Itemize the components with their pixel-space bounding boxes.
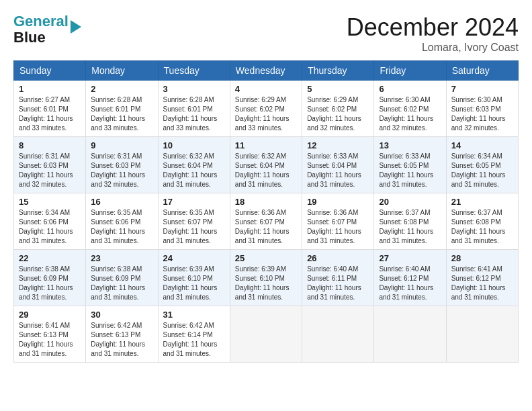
calendar-day-cell: 21Sunrise: 6:37 AM Sunset: 6:08 PM Dayli… [446, 193, 518, 250]
day-of-week-header: Monday [86, 61, 158, 81]
logo-text: General [13, 13, 69, 30]
day-number: 16 [91, 197, 152, 207]
day-number: 21 [451, 197, 513, 207]
calendar-day-cell: 11Sunrise: 6:32 AM Sunset: 6:04 PM Dayli… [230, 137, 302, 193]
day-info: Sunrise: 6:38 AM Sunset: 6:09 PM Dayligh… [19, 265, 81, 302]
day-number: 31 [163, 310, 225, 320]
calendar-day-cell: 30Sunrise: 6:42 AM Sunset: 6:13 PM Dayli… [86, 306, 158, 363]
day-info: Sunrise: 6:41 AM Sunset: 6:13 PM Dayligh… [19, 321, 81, 359]
calendar-day-cell: 8Sunrise: 6:31 AM Sunset: 6:03 PM Daylig… [14, 137, 86, 193]
day-info: Sunrise: 6:35 AM Sunset: 6:06 PM Dayligh… [91, 208, 152, 246]
day-number: 18 [235, 197, 297, 207]
day-info: Sunrise: 6:29 AM Sunset: 6:02 PM Dayligh… [235, 95, 297, 133]
calendar-day-cell: 16Sunrise: 6:35 AM Sunset: 6:06 PM Dayli… [86, 193, 158, 250]
day-number: 4 [235, 84, 297, 94]
day-number: 29 [19, 310, 81, 320]
day-info: Sunrise: 6:29 AM Sunset: 6:02 PM Dayligh… [307, 95, 369, 133]
calendar-day-cell [374, 306, 446, 363]
day-number: 10 [163, 140, 225, 150]
calendar-week-row: 22Sunrise: 6:38 AM Sunset: 6:09 PM Dayli… [14, 250, 519, 306]
day-of-week-header: Thursday [302, 61, 374, 81]
day-number: 12 [307, 140, 369, 150]
day-info: Sunrise: 6:37 AM Sunset: 6:08 PM Dayligh… [379, 208, 441, 246]
day-info: Sunrise: 6:28 AM Sunset: 6:01 PM Dayligh… [91, 95, 152, 133]
day-of-week-header: Friday [374, 61, 446, 81]
calendar-day-cell: 23Sunrise: 6:38 AM Sunset: 6:09 PM Dayli… [86, 250, 158, 306]
day-info: Sunrise: 6:32 AM Sunset: 6:04 PM Dayligh… [163, 152, 225, 189]
calendar-day-cell: 12Sunrise: 6:33 AM Sunset: 6:04 PM Dayli… [302, 137, 374, 193]
calendar-day-cell: 6Sunrise: 6:30 AM Sunset: 6:02 PM Daylig… [374, 81, 446, 137]
calendar-table: SundayMondayTuesdayWednesdayThursdayFrid… [13, 60, 519, 363]
logo: General Blue [13, 13, 81, 46]
day-of-week-header: Saturday [446, 61, 518, 81]
calendar-header-row: SundayMondayTuesdayWednesdayThursdayFrid… [14, 61, 519, 81]
calendar-day-cell: 31Sunrise: 6:42 AM Sunset: 6:14 PM Dayli… [158, 306, 230, 363]
day-number: 2 [91, 84, 152, 94]
day-number: 9 [91, 140, 152, 150]
calendar-day-cell: 10Sunrise: 6:32 AM Sunset: 6:04 PM Dayli… [158, 137, 230, 193]
day-info: Sunrise: 6:32 AM Sunset: 6:04 PM Dayligh… [235, 152, 297, 189]
calendar-day-cell: 2Sunrise: 6:28 AM Sunset: 6:01 PM Daylig… [86, 81, 158, 137]
day-info: Sunrise: 6:33 AM Sunset: 6:04 PM Dayligh… [307, 152, 369, 189]
logo-text2: Blue [13, 30, 69, 46]
day-number: 30 [91, 310, 152, 320]
calendar-day-cell: 17Sunrise: 6:35 AM Sunset: 6:07 PM Dayli… [158, 193, 230, 250]
day-number: 19 [307, 197, 369, 207]
day-number: 7 [451, 84, 513, 94]
day-info: Sunrise: 6:38 AM Sunset: 6:09 PM Dayligh… [91, 265, 152, 302]
calendar-day-cell: 14Sunrise: 6:34 AM Sunset: 6:05 PM Dayli… [446, 137, 518, 193]
calendar-week-row: 8Sunrise: 6:31 AM Sunset: 6:03 PM Daylig… [14, 137, 519, 193]
calendar-day-cell: 13Sunrise: 6:33 AM Sunset: 6:05 PM Dayli… [374, 137, 446, 193]
day-number: 17 [163, 197, 225, 207]
day-number: 20 [379, 197, 441, 207]
calendar-week-row: 1Sunrise: 6:27 AM Sunset: 6:01 PM Daylig… [14, 81, 519, 137]
day-info: Sunrise: 6:37 AM Sunset: 6:08 PM Dayligh… [451, 208, 513, 246]
location-subtitle: Lomara, Ivory Coast [347, 42, 519, 54]
calendar-day-cell: 25Sunrise: 6:39 AM Sunset: 6:10 PM Dayli… [230, 250, 302, 306]
calendar-day-cell: 27Sunrise: 6:40 AM Sunset: 6:12 PM Dayli… [374, 250, 446, 306]
day-info: Sunrise: 6:42 AM Sunset: 6:13 PM Dayligh… [91, 321, 152, 359]
calendar-day-cell [446, 306, 518, 363]
day-number: 8 [19, 140, 81, 150]
day-number: 11 [235, 140, 297, 150]
calendar-week-row: 15Sunrise: 6:34 AM Sunset: 6:06 PM Dayli… [14, 193, 519, 250]
calendar-day-cell: 26Sunrise: 6:40 AM Sunset: 6:11 PM Dayli… [302, 250, 374, 306]
day-info: Sunrise: 6:36 AM Sunset: 6:07 PM Dayligh… [307, 208, 369, 246]
day-number: 15 [19, 197, 81, 207]
day-info: Sunrise: 6:31 AM Sunset: 6:03 PM Dayligh… [19, 152, 81, 189]
day-info: Sunrise: 6:40 AM Sunset: 6:12 PM Dayligh… [379, 265, 441, 302]
day-number: 13 [379, 140, 441, 150]
calendar-day-cell: 7Sunrise: 6:30 AM Sunset: 6:03 PM Daylig… [446, 81, 518, 137]
day-info: Sunrise: 6:28 AM Sunset: 6:01 PM Dayligh… [163, 95, 225, 133]
page-header: General Blue December 2024 Lomara, Ivory… [13, 13, 519, 54]
calendar-week-row: 29Sunrise: 6:41 AM Sunset: 6:13 PM Dayli… [14, 306, 519, 363]
day-info: Sunrise: 6:30 AM Sunset: 6:03 PM Dayligh… [451, 95, 513, 133]
month-title: December 2024 [347, 13, 519, 42]
day-number: 25 [235, 253, 297, 263]
day-number: 14 [451, 140, 513, 150]
day-info: Sunrise: 6:39 AM Sunset: 6:10 PM Dayligh… [163, 265, 225, 302]
day-info: Sunrise: 6:27 AM Sunset: 6:01 PM Dayligh… [19, 95, 81, 133]
day-number: 1 [19, 84, 81, 94]
day-info: Sunrise: 6:42 AM Sunset: 6:14 PM Dayligh… [163, 321, 225, 359]
day-info: Sunrise: 6:30 AM Sunset: 6:02 PM Dayligh… [379, 95, 441, 133]
day-info: Sunrise: 6:35 AM Sunset: 6:07 PM Dayligh… [163, 208, 225, 246]
calendar-day-cell: 19Sunrise: 6:36 AM Sunset: 6:07 PM Dayli… [302, 193, 374, 250]
logo-arrow-icon [71, 20, 81, 34]
calendar-day-cell: 24Sunrise: 6:39 AM Sunset: 6:10 PM Dayli… [158, 250, 230, 306]
calendar-day-cell: 22Sunrise: 6:38 AM Sunset: 6:09 PM Dayli… [14, 250, 86, 306]
calendar-day-cell: 5Sunrise: 6:29 AM Sunset: 6:02 PM Daylig… [302, 81, 374, 137]
day-number: 5 [307, 84, 369, 94]
calendar-day-cell [302, 306, 374, 363]
day-info: Sunrise: 6:34 AM Sunset: 6:06 PM Dayligh… [19, 208, 81, 246]
day-info: Sunrise: 6:33 AM Sunset: 6:05 PM Dayligh… [379, 152, 441, 189]
day-number: 24 [163, 253, 225, 263]
day-info: Sunrise: 6:36 AM Sunset: 6:07 PM Dayligh… [235, 208, 297, 246]
day-number: 6 [379, 84, 441, 94]
calendar-day-cell: 15Sunrise: 6:34 AM Sunset: 6:06 PM Dayli… [14, 193, 86, 250]
day-info: Sunrise: 6:34 AM Sunset: 6:05 PM Dayligh… [451, 152, 513, 189]
day-of-week-header: Wednesday [230, 61, 302, 81]
day-info: Sunrise: 6:40 AM Sunset: 6:11 PM Dayligh… [307, 265, 369, 302]
calendar-day-cell [230, 306, 302, 363]
title-area: December 2024 Lomara, Ivory Coast [347, 13, 519, 54]
